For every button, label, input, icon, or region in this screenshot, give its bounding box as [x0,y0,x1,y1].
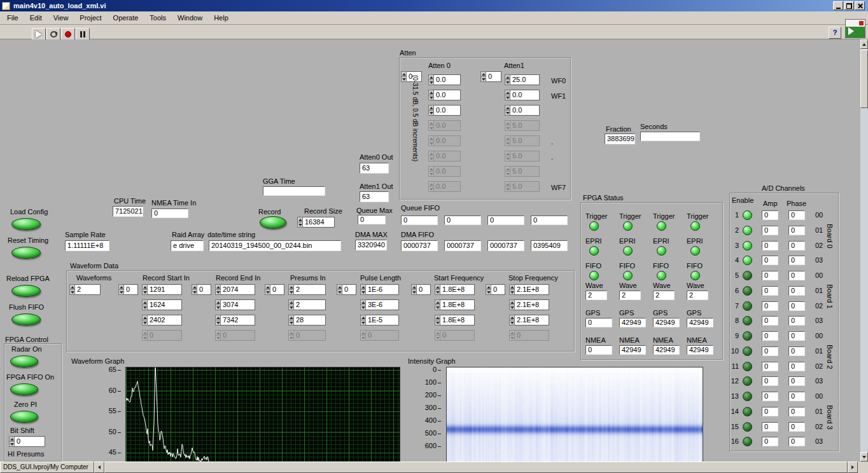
atten1-element-0[interactable]: 25.0 [505,74,540,85]
spin-up-icon[interactable] [288,330,294,335]
spinner-arrows[interactable] [509,299,515,310]
spinner-arrows[interactable] [428,166,434,177]
atten1-element-7[interactable]: 5.0 [505,181,540,192]
enable-led[interactable] [743,286,752,296]
menu-project[interactable]: Project [74,12,107,24]
spin-up-icon[interactable] [215,315,221,320]
run-continuous-button[interactable] [46,28,60,40]
phase-value[interactable]: 0 [788,346,805,356]
scroll-right-button[interactable] [848,462,858,473]
spinner-arrows[interactable] [142,299,148,310]
array-element[interactable]: 1291 [142,284,182,295]
spinner-arrows[interactable] [435,299,440,310]
spin-down-icon[interactable] [215,289,221,295]
waveforms-value[interactable]: 2 [75,284,101,295]
enable-led[interactable] [743,407,752,416]
spin-down-icon[interactable] [435,305,440,310]
menu-view[interactable]: View [48,12,74,24]
spinner-arrows[interactable] [509,284,515,295]
enable-led[interactable] [743,422,752,432]
phase-value[interactable]: 0 [788,301,805,311]
amp-value[interactable]: 0 [762,392,778,401]
spin-up-icon[interactable] [509,284,515,289]
spinner-arrows[interactable] [360,284,366,295]
spinner-arrows[interactable] [142,315,148,326]
help-button[interactable]: ? [829,27,841,39]
spin-down-icon[interactable] [411,289,417,295]
array-element-value[interactable]: 7342 [221,315,255,326]
amp-value[interactable]: 0 [762,256,778,265]
abort-button[interactable] [61,28,75,40]
spin-down-icon[interactable] [215,320,221,326]
window-resize-corner[interactable] [858,462,868,473]
spinner-arrows[interactable] [297,217,303,228]
spin-down-icon[interactable] [505,110,510,116]
radar-on-button[interactable] [10,355,38,367]
spin-down-icon[interactable] [215,335,221,341]
spin-up-icon[interactable] [428,181,434,186]
spin-up-icon[interactable] [505,151,510,156]
array-element[interactable]: 0 [435,330,475,341]
phase-value[interactable]: 0 [788,437,805,446]
spin-up-icon[interactable] [505,120,510,125]
atten1-element-6[interactable]: 5.0 [505,166,540,177]
spin-down-icon[interactable] [428,141,434,146]
index-selector-value[interactable]: 0 [342,284,356,295]
spin-up-icon[interactable] [505,105,510,110]
enable-led[interactable] [743,346,752,356]
close-button[interactable] [855,1,865,10]
spin-down-icon[interactable] [428,125,434,131]
spinner-arrows[interactable] [215,299,221,310]
index-selector[interactable]: 0 [411,284,431,295]
menu-file[interactable]: File [1,12,24,24]
spin-up-icon[interactable] [435,330,440,335]
spinner-arrows[interactable] [142,330,148,341]
spin-down-icon[interactable] [428,110,434,116]
index-selector-value[interactable]: 0 [417,284,431,295]
index-selector[interactable]: 0 [337,284,356,295]
spin-down-icon[interactable] [509,335,515,341]
spin-up-icon[interactable] [142,284,148,289]
reset-timing-button[interactable] [11,247,41,259]
spin-down-icon[interactable] [480,76,486,82]
spin-up-icon[interactable] [215,284,221,289]
array-element[interactable]: 3E-6 [360,299,399,310]
spin-down-icon[interactable] [360,320,366,326]
menu-edit[interactable]: Edit [24,12,48,24]
spinner-arrows[interactable] [265,284,270,295]
spin-down-icon[interactable] [142,289,148,295]
phase-value[interactable]: 0 [788,331,805,341]
spinner-arrows[interactable] [288,284,294,295]
minimize-button[interactable] [833,1,843,10]
bit-shift-spinner[interactable]: 0 [9,436,45,447]
spinner-arrows[interactable] [505,151,510,161]
phase-value[interactable]: 0 [788,392,805,401]
raid-array-value[interactable]: e drive [171,240,204,251]
spin-down-icon[interactable] [505,171,510,177]
atten1-element-7-value[interactable]: 5.0 [510,181,540,192]
spin-up-icon[interactable] [428,151,434,156]
array-element[interactable]: 0 [509,330,549,341]
spin-down-icon[interactable] [215,305,221,310]
spin-down-icon[interactable] [486,289,491,295]
spin-up-icon[interactable] [297,217,303,222]
spin-up-icon[interactable] [480,71,486,76]
spinner-arrows[interactable] [505,74,510,85]
atten1-element-5[interactable]: 5.0 [505,151,540,161]
atten1-element-4-value[interactable]: 5.0 [510,135,540,146]
atten0-element-1[interactable]: 0.0 [428,90,461,100]
spin-up-icon[interactable] [411,284,417,289]
spinner-arrows[interactable] [505,135,510,146]
spin-down-icon[interactable] [142,305,148,310]
spinner-arrows[interactable] [509,315,515,326]
spinner-arrows[interactable] [215,284,221,295]
spin-down-icon[interactable] [505,125,510,131]
spin-down-icon[interactable] [505,95,510,100]
spin-up-icon[interactable] [505,166,510,171]
spinner-arrows[interactable] [142,284,148,295]
spin-down-icon[interactable] [288,305,294,310]
atten1-element-5-value[interactable]: 5.0 [510,151,540,161]
spinner-arrows[interactable] [401,71,407,82]
array-element[interactable]: 1.8E+8 [435,284,475,295]
array-element[interactable]: 0 [142,330,182,341]
